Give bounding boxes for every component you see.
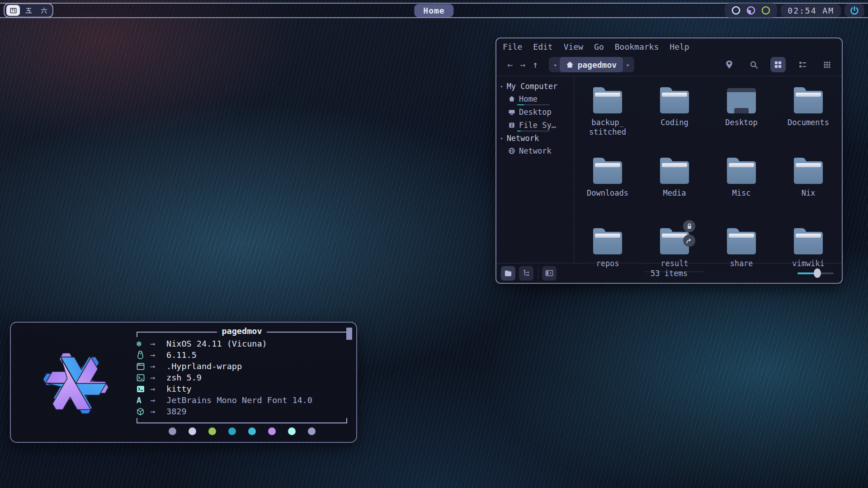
- monitor-icon: [508, 108, 515, 116]
- sidebar-item-desktop[interactable]: Desktop: [496, 106, 574, 119]
- sidebar-item-home[interactable]: Home: [496, 93, 574, 106]
- forward-button[interactable]: →: [516, 59, 529, 70]
- palette-dot: [228, 427, 236, 435]
- show-tree-button[interactable]: [519, 266, 533, 281]
- arrow-icon: →: [150, 395, 166, 405]
- slider-knob[interactable]: [814, 268, 821, 278]
- list-view-icon: [798, 61, 807, 69]
- file-item-result[interactable]: result: [641, 225, 708, 296]
- selection-underline: [517, 104, 550, 105]
- collapse-arrow-icon: ▾: [500, 136, 503, 141]
- sidebar-item-filesystem[interactable]: File Sy…: [496, 119, 574, 132]
- globe-icon: [508, 147, 515, 155]
- path-segment-home[interactable]: pagedmov: [560, 57, 623, 72]
- top-bar: 四 五 六 Home: [0, 3, 868, 18]
- arrow-icon: →: [150, 339, 166, 348]
- file-item-nix[interactable]: Nix: [775, 155, 842, 225]
- workspace-switcher: 四 五 六: [4, 3, 53, 18]
- fm-body: ▾ My Computer Home Desktop: [496, 76, 842, 263]
- system-indicators[interactable]: [725, 3, 777, 18]
- terminal-window[interactable]: pagedmov ❄ → NixOS 24.11 (Vicuna) → 6.11…: [10, 322, 357, 443]
- up-button[interactable]: ↑: [529, 59, 542, 70]
- file-item-downloads[interactable]: Downloads: [574, 155, 641, 225]
- toggle-sidepane-button[interactable]: [542, 266, 557, 281]
- folder-icon: [660, 161, 689, 184]
- fetch-row-os: ❄ → NixOS 24.11 (Vicuna): [137, 338, 347, 349]
- arrow-icon: →: [150, 373, 166, 382]
- drive-icon: [508, 122, 515, 129]
- nixos-logo: [28, 329, 124, 437]
- places-folder-icon: [504, 270, 512, 277]
- search-button[interactable]: [746, 57, 761, 72]
- pin-icon: [725, 60, 733, 69]
- file-item-coding[interactable]: Coding: [641, 84, 708, 155]
- symlink-emblem-icon: [683, 235, 695, 247]
- file-item-repos[interactable]: repos: [574, 225, 641, 296]
- font-icon: A: [137, 395, 150, 405]
- file-item-media[interactable]: Media: [641, 155, 708, 225]
- file-item-misc[interactable]: Misc: [708, 155, 775, 225]
- back-button[interactable]: ←: [504, 59, 516, 70]
- compact-view-icon: [823, 61, 831, 69]
- file-item-share[interactable]: share: [708, 225, 775, 296]
- statusbar-separator: [538, 267, 538, 279]
- folder-icon: [593, 161, 622, 184]
- sidebar-item-network[interactable]: Network: [496, 145, 574, 158]
- workspace-4-button[interactable]: 四: [6, 5, 20, 16]
- menu-edit[interactable]: Edit: [533, 42, 552, 52]
- compact-view-button[interactable]: [819, 57, 835, 72]
- fetch-row-wm: → .Hyprland-wrapp: [137, 361, 347, 372]
- grid-view-icon: [774, 61, 782, 69]
- window-icon: [137, 363, 150, 370]
- sidebar-section-network[interactable]: ▾ Network: [496, 132, 574, 145]
- fetch-row-font: A → JetBrains Mono Nerd Font 14.0: [137, 394, 347, 406]
- collapse-arrow-icon: ▾: [500, 84, 503, 89]
- folder-icon: [727, 232, 756, 254]
- show-places-button[interactable]: [501, 266, 515, 281]
- menu-bookmarks[interactable]: Bookmarks: [615, 42, 659, 52]
- workspace-6-button[interactable]: 六: [37, 5, 51, 16]
- palette-dot: [208, 427, 216, 435]
- menu-help[interactable]: Help: [670, 42, 689, 52]
- nix-snowflake-logo-icon: [29, 336, 123, 430]
- icon-zoom-slider[interactable]: [797, 269, 834, 278]
- bar-right-modules: 02:54 AM: [725, 3, 864, 18]
- list-view-button[interactable]: [795, 57, 810, 72]
- hanzi-four-icon: [9, 7, 17, 14]
- side-pane-icon: [545, 270, 553, 277]
- icon-view-button[interactable]: [770, 57, 786, 72]
- folder-icon: [593, 232, 622, 254]
- folder-icon: [593, 91, 622, 113]
- hanzi-five-icon: [25, 7, 33, 14]
- palette-dot: [288, 427, 296, 435]
- workspace-5-button[interactable]: 五: [22, 5, 35, 16]
- path-scroll-left-icon[interactable]: ◂: [550, 61, 560, 68]
- penguin-icon: [137, 351, 150, 359]
- file-item-documents[interactable]: Documents: [775, 84, 842, 155]
- power-button[interactable]: [844, 4, 864, 17]
- cpu-gauge-icon: [731, 5, 741, 15]
- selection-underline: [517, 131, 550, 131]
- file-item-backup-stitched[interactable]: backup_stitched: [574, 84, 641, 155]
- hanzi-six-icon: [40, 7, 48, 14]
- fetch-row-shell: → zsh 5.9: [137, 372, 347, 383]
- fm-sidebar: ▾ My Computer Home Desktop: [496, 76, 574, 263]
- path-segment-label: pagedmov: [577, 60, 617, 70]
- arrow-icon: →: [150, 384, 166, 394]
- arrow-icon: →: [150, 407, 166, 416]
- nix-snowflake-icon: ❄: [137, 339, 150, 348]
- location-button[interactable]: [722, 57, 737, 72]
- package-icon: [137, 408, 150, 416]
- menu-file[interactable]: File: [503, 42, 522, 52]
- items-count: 53 items: [651, 269, 688, 278]
- sidebar-section-my-computer[interactable]: ▾ My Computer: [496, 80, 574, 93]
- file-item-vimwiki[interactable]: vimwiki: [775, 225, 842, 296]
- menu-view[interactable]: View: [564, 42, 583, 52]
- search-icon: [750, 61, 758, 69]
- fastfetch-output: pagedmov ❄ → NixOS 24.11 (Vicuna) → 6.11…: [137, 329, 347, 437]
- folder-icon: [794, 91, 823, 113]
- file-item-desktop[interactable]: Desktop: [708, 84, 775, 155]
- fetch-hostname: pagedmov: [217, 326, 266, 332]
- path-scroll-right-icon[interactable]: ▸: [623, 61, 633, 68]
- menu-go[interactable]: Go: [594, 42, 604, 52]
